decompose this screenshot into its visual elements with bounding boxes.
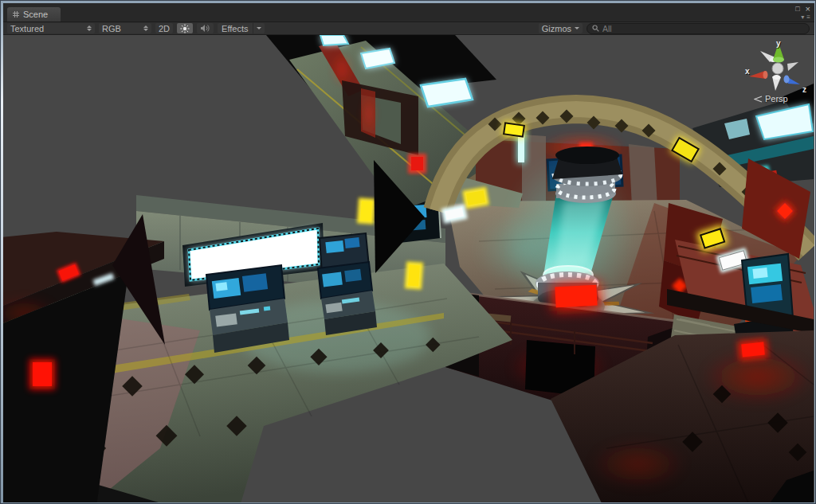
lighting-toggle-button[interactable] (177, 23, 193, 33)
axis-x-cone[interactable] (749, 71, 768, 79)
updown-caret-icon (143, 25, 148, 31)
pane-list-icon[interactable]: ≡ (806, 14, 810, 21)
chevron-down-icon[interactable] (253, 23, 265, 33)
2d-toggle-button[interactable]: 2D (155, 23, 173, 33)
search-icon (592, 25, 599, 32)
perspective-frustum-icon (754, 96, 763, 103)
pane-dropdown-icon[interactable]: ▾ (801, 14, 804, 21)
speaker-icon (200, 24, 210, 33)
axis-y-label: y (776, 39, 781, 48)
effects-label: Effects (218, 23, 252, 33)
projection-mode[interactable]: Persp (754, 94, 788, 104)
scene-viewport[interactable]: yxz y x z Persp (3, 35, 814, 502)
gizmos-label: Gizmos (542, 23, 571, 33)
maximize-button[interactable]: □ (795, 6, 799, 14)
axis-x-label: x (745, 67, 750, 76)
scene-toolbar: Textured RGB 2D Effe (3, 22, 814, 35)
console-desk-2[interactable] (318, 262, 377, 335)
close-button[interactable]: × (806, 5, 810, 14)
audio-toggle-button[interactable] (197, 23, 214, 33)
chevron-down-icon (575, 27, 579, 32)
2d-toggle-label: 2D (159, 24, 170, 33)
scene-search-field[interactable] (586, 23, 810, 34)
axis-z-cone[interactable] (784, 76, 801, 85)
effects-dropdown[interactable]: Effects (218, 23, 264, 33)
axis-z-label: z (802, 85, 806, 94)
updown-caret-icon (87, 25, 92, 31)
tab-scene[interactable]: Scene (7, 7, 61, 21)
projection-label: Persp (765, 94, 788, 104)
color-channel-label: RGB (102, 23, 121, 33)
platform-light-red (551, 281, 601, 311)
gizmo-center-sphere[interactable] (772, 63, 783, 74)
axis-cone-white-down[interactable] (772, 75, 781, 91)
window-controls: □ × ▾ ≡ (795, 6, 810, 21)
console-desk-1[interactable] (206, 265, 289, 353)
scene-view-window: Scene □ × ▾ ≡ Textured RGB 2D (0, 0, 816, 504)
sun-icon (180, 24, 190, 33)
render-mode-dropdown[interactable]: Textured (7, 23, 95, 33)
gizmos-dropdown[interactable]: Gizmos (539, 23, 583, 33)
grid-icon (12, 10, 20, 18)
window-content: Scene □ × ▾ ≡ Textured RGB 2D (3, 3, 814, 502)
color-channel-dropdown[interactable]: RGB (99, 23, 151, 33)
render-mode-label: Textured (10, 23, 44, 33)
tab-strip: Scene □ × ▾ ≡ (3, 3, 814, 22)
scene-3d-render[interactable] (3, 35, 814, 502)
scene-orientation-gizmo[interactable]: yxz y x z (741, 38, 813, 96)
tab-title: Scene (23, 10, 48, 19)
search-input[interactable] (602, 24, 804, 33)
axis-cone-white-right[interactable] (787, 62, 798, 71)
